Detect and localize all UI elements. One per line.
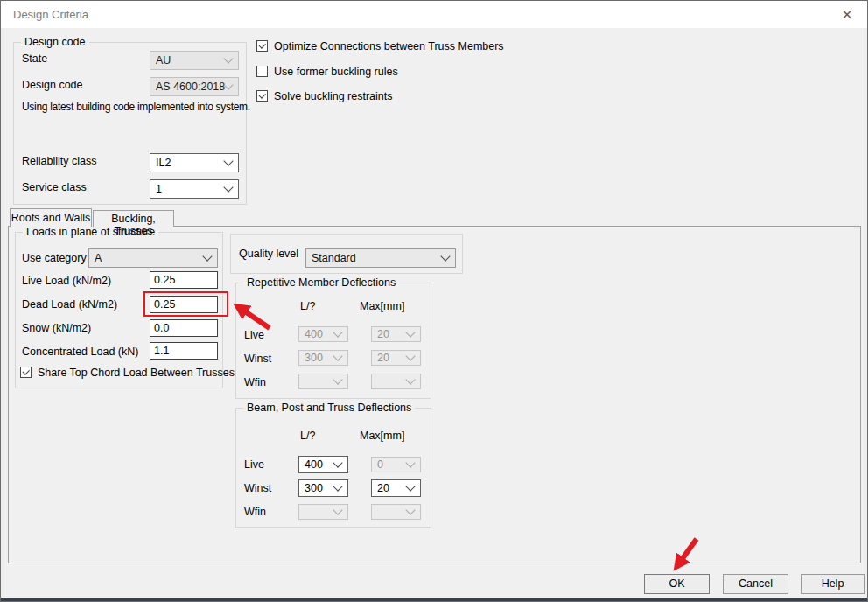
design-code-select[interactable]: AS 4600:2018: [150, 77, 239, 96]
chevron-down-icon: [405, 327, 415, 337]
chevron-down-icon: [405, 458, 415, 467]
repetitive-row-live-label: Live: [244, 329, 264, 341]
share-top-chord-checkbox[interactable]: Share Top Chord Load Between Trusses: [20, 367, 234, 379]
solve-buckling-checkbox[interactable]: Solve buckling restraints: [256, 90, 392, 102]
use-category-value: A: [94, 252, 102, 264]
value: 20: [377, 482, 389, 494]
tab-roofs-and-walls[interactable]: Roofs and Walls: [10, 208, 92, 227]
optimize-connections-label: Optimize Connections between Truss Membe…: [274, 40, 504, 52]
beam-row-winst-label: Winst: [244, 482, 271, 494]
beam-winst-l-select[interactable]: 300: [298, 480, 348, 497]
chevron-down-icon: [223, 53, 233, 63]
repetitive-deflections-caption: Repetitive Member Deflections: [243, 276, 399, 289]
chevron-down-icon: [332, 374, 342, 384]
optimize-connections-checkbox[interactable]: Optimize Connections between Truss Membe…: [256, 40, 504, 52]
quality-level-select[interactable]: Standard: [305, 248, 456, 268]
use-category-select[interactable]: A: [88, 248, 218, 268]
concentrated-load-input[interactable]: [150, 342, 218, 360]
reliability-class-label: Reliability class: [22, 155, 96, 167]
state-label: State: [22, 52, 47, 65]
live-load-label: Live Load (kN/m2): [22, 275, 111, 287]
beam-live-l-select[interactable]: 400: [298, 456, 348, 473]
service-class-value: 1: [156, 183, 162, 195]
design-code-select-value: AS 4600:2018: [156, 80, 225, 93]
beam-col-max-header: Max[mm]: [360, 430, 404, 442]
beam-row-live-label: Live: [244, 458, 264, 471]
state-select[interactable]: AU: [150, 51, 239, 70]
reliability-class-select[interactable]: IL2: [150, 153, 239, 172]
beam-wfin-max-select[interactable]: [371, 504, 421, 520]
help-button[interactable]: Help: [801, 574, 864, 594]
former-buckling-checkbox[interactable]: Use former buckling rules: [256, 66, 398, 78]
chevron-down-icon: [405, 351, 415, 360]
live-load-input[interactable]: [150, 271, 218, 289]
chevron-down-icon: [332, 481, 342, 491]
checkbox-icon: [256, 66, 268, 77]
use-category-label: Use category: [22, 252, 87, 264]
value: 400: [304, 328, 323, 340]
close-button[interactable]: ✕: [837, 5, 857, 24]
beam-row-wfin-label: Wfin: [244, 506, 266, 518]
chevron-down-icon: [440, 251, 450, 261]
chevron-down-icon: [332, 505, 342, 514]
chevron-down-icon: [332, 458, 342, 467]
beam-winst-max-select[interactable]: 20: [371, 480, 421, 497]
ok-button[interactable]: OK: [644, 574, 710, 594]
reliability-class-value: IL2: [156, 157, 171, 169]
value: 300: [304, 352, 323, 364]
dead-load-highlight-box: [144, 291, 228, 317]
cancel-button[interactable]: Cancel: [723, 574, 788, 594]
quality-level-value: Standard: [312, 252, 356, 264]
dead-load-label: Dead Load (kN/m2): [22, 298, 117, 311]
repetitive-wfin-max-select[interactable]: [371, 374, 421, 389]
design-code-label: Design code: [22, 79, 83, 91]
beam-col-l-header: L/?: [300, 430, 315, 442]
chevron-down-icon: [224, 80, 234, 89]
tab-buckling-trusses[interactable]: Buckling, Trusses: [93, 210, 174, 227]
repetitive-live-max-select[interactable]: 20: [371, 326, 421, 342]
beam-wfin-l-select[interactable]: [298, 504, 348, 520]
repetitive-winst-l-select[interactable]: 300: [298, 350, 348, 366]
design-code-note: Using latest building code implemented i…: [22, 101, 250, 113]
title-bar: Design Criteria ✕: [1, 1, 867, 28]
chevron-down-icon: [332, 351, 342, 360]
chevron-down-icon: [223, 156, 233, 165]
service-class-select[interactable]: 1: [150, 179, 239, 199]
dialog-title: Design Criteria: [13, 8, 88, 21]
repetitive-col-l-header: L/?: [300, 300, 315, 312]
snow-label: Snow (kN/m2): [22, 322, 91, 334]
repetitive-live-l-select[interactable]: 400: [298, 326, 348, 342]
repetitive-row-winst-label: Winst: [244, 353, 271, 365]
chevron-down-icon: [332, 327, 342, 337]
tab-label: Buckling, Trusses: [111, 213, 156, 237]
value: 0: [377, 458, 383, 471]
checkbox-icon: [256, 90, 268, 102]
checkbox-icon: [20, 367, 32, 378]
chevron-down-icon: [202, 251, 212, 261]
quality-level-label: Quality level: [239, 248, 298, 260]
share-top-chord-label: Share Top Chord Load Between Trusses: [38, 367, 234, 379]
repetitive-row-wfin-label: Wfin: [244, 376, 266, 388]
value: 400: [304, 458, 323, 471]
beam-live-max-select[interactable]: 0: [371, 457, 421, 472]
snow-input[interactable]: [150, 319, 218, 337]
state-select-value: AU: [156, 54, 171, 66]
chevron-down-icon: [405, 374, 415, 384]
repetitive-col-max-header: Max[mm]: [360, 300, 404, 312]
chevron-down-icon: [405, 505, 415, 514]
tab-label: Roofs and Walls: [11, 212, 91, 224]
chevron-down-icon: [405, 481, 415, 491]
value: 20: [377, 328, 389, 340]
design-criteria-dialog: Design Criteria ✕ Design code State AU D…: [0, 0, 868, 602]
repetitive-winst-max-select[interactable]: 20: [371, 350, 421, 366]
former-buckling-label: Use former buckling rules: [274, 66, 398, 78]
repetitive-wfin-l-select[interactable]: [298, 374, 348, 389]
service-class-label: Service class: [22, 181, 87, 193]
beam-deflections-caption: Beam, Post and Truss Deflections: [243, 402, 415, 414]
value: 20: [377, 352, 389, 364]
chevron-down-icon: [223, 182, 233, 192]
value: 300: [304, 482, 323, 494]
checkbox-icon: [256, 40, 268, 52]
solve-buckling-label: Solve buckling restraints: [274, 90, 392, 102]
concentrated-load-label: Concentrated Load (kN): [22, 346, 138, 358]
